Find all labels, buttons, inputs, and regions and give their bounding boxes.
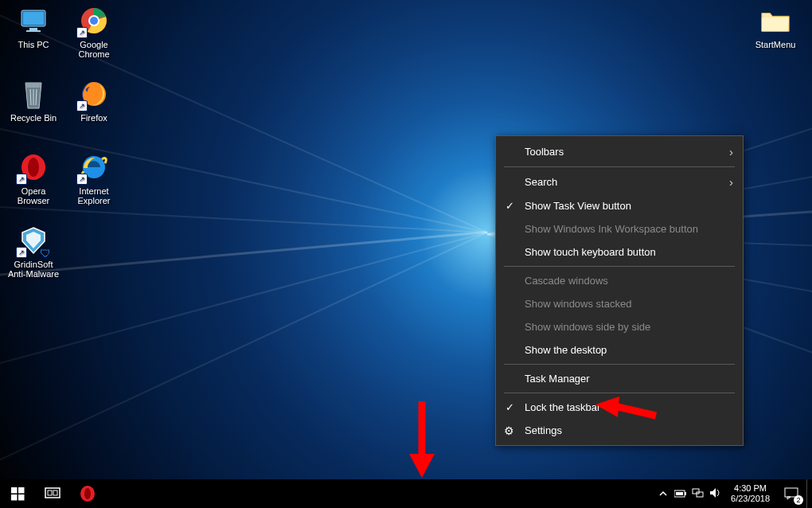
tray-overflow-button[interactable]: [654, 488, 672, 500]
menu-stacked: Show windows stacked: [496, 292, 743, 315]
svg-point-30: [84, 488, 91, 499]
start-button[interactable]: [0, 479, 35, 508]
network-icon: [692, 487, 705, 498]
chrome-icon: ↗: [78, 5, 110, 37]
menu-search[interactable]: Search ›: [496, 170, 743, 194]
chevron-up-icon: [659, 490, 667, 498]
svg-rect-35: [697, 492, 703, 497]
svg-rect-34: [693, 489, 699, 494]
menu-show-desktop[interactable]: Show the desktop: [496, 338, 743, 361]
svg-rect-22: [11, 487, 18, 494]
menu-separator: [504, 364, 735, 365]
svg-rect-23: [18, 487, 25, 494]
notification-badge: 2: [794, 495, 803, 505]
menu-cascade: Cascade windows: [496, 269, 743, 292]
shortcut-overlay-icon: ↗: [16, 247, 27, 258]
taskbar-left: [0, 479, 105, 508]
speaker-icon: [709, 487, 722, 498]
show-desktop-button[interactable]: [806, 479, 812, 508]
menu-show-touch[interactable]: Show touch keyboard button: [496, 240, 743, 264]
svg-rect-28: [53, 490, 57, 495]
firefox-logo-icon: ↗: [78, 78, 110, 110]
tray-power-icon[interactable]: [672, 488, 689, 500]
antimalware-icon: ↗ 🛡: [18, 225, 49, 256]
icon-label: Opera Browser: [5, 186, 62, 205]
icon-label: Internet Explorer: [65, 186, 123, 205]
menu-toolbars[interactable]: Toolbars ›: [496, 139, 743, 164]
menu-show-ink: Show Windows Ink Workspace button: [496, 217, 743, 240]
internet-explorer-icon[interactable]: ↗ Internet Explorer: [65, 151, 123, 205]
taskbar[interactable]: 4:30 PM 6/23/2018 2: [0, 479, 812, 508]
folder-icon: [759, 5, 791, 37]
tray-clock[interactable]: 4:30 PM 6/23/2018: [724, 483, 776, 504]
svg-rect-32: [685, 492, 686, 495]
menu-label: Show windows stacked: [525, 298, 631, 310]
task-view-icon: [45, 487, 61, 500]
icon-label: StartMenu: [747, 40, 804, 49]
action-center-button[interactable]: 2: [776, 479, 806, 508]
check-icon: ✓: [506, 401, 514, 413]
taskbar-context-menu: Toolbars › Search › ✓ Show Task View but…: [495, 135, 744, 446]
menu-label: Search: [525, 176, 557, 188]
icon-label: Recycle Bin: [5, 113, 62, 123]
menu-label: Show windows side by side: [525, 321, 650, 333]
opera-icon: ↗: [18, 151, 49, 183]
gridinsoft-icon[interactable]: ↗ 🛡 GridinSoft Anti-Malware: [5, 225, 62, 279]
shortcut-overlay-icon: ↗: [16, 174, 27, 185]
menu-label: Toolbars: [525, 146, 564, 158]
recycle-bin-icon[interactable]: Recycle Bin: [5, 78, 62, 123]
menu-label: Settings: [525, 424, 562, 436]
menu-separator: [504, 393, 735, 393]
this-pc-icon[interactable]: This PC: [5, 5, 62, 49]
task-view-button[interactable]: [35, 479, 70, 508]
menu-label: Cascade windows: [525, 275, 608, 287]
menu-label: Show touch keyboard button: [525, 246, 656, 258]
shortcut-overlay-icon: ↗: [76, 100, 88, 111]
tray-network-icon[interactable]: [689, 487, 707, 501]
menu-label: Show Windows Ink Workspace button: [525, 223, 698, 235]
icon-label: Google Chrome: [65, 40, 123, 59]
taskbar-app-opera[interactable]: [70, 479, 105, 508]
desktop[interactable]: This PC ↗ Google Chrome: [0, 0, 812, 508]
menu-label: Lock the taskbar: [525, 401, 600, 413]
svg-rect-3: [26, 30, 41, 32]
check-icon: ✓: [506, 200, 514, 212]
bin-icon: [18, 78, 49, 110]
svg-point-6: [90, 17, 98, 25]
menu-label: Task Manager: [525, 373, 590, 385]
svg-rect-15: [88, 167, 100, 170]
menu-lock-taskbar[interactable]: ✓ Lock the taskbar: [496, 396, 743, 419]
svg-rect-2: [29, 28, 37, 30]
svg-marker-38: [787, 497, 791, 499]
tray-volume-icon[interactable]: [707, 487, 724, 501]
svg-rect-25: [18, 494, 25, 501]
svg-marker-19: [409, 454, 435, 478]
firefox-icon[interactable]: ↗ Firefox: [65, 78, 123, 123]
menu-show-taskview[interactable]: ✓ Show Task View button: [496, 194, 743, 217]
startmenu-folder-icon[interactable]: StartMenu: [747, 5, 804, 49]
menu-separator: [504, 166, 735, 167]
opera-icon: [79, 485, 96, 502]
menu-task-manager[interactable]: Task Manager: [496, 367, 743, 390]
opera-browser-icon[interactable]: ↗ Opera Browser: [5, 151, 62, 205]
uac-shield-icon: 🛡: [40, 248, 51, 258]
ie-icon: ↗: [78, 151, 110, 183]
menu-sidebyside: Show windows side by side: [496, 315, 743, 338]
annotation-arrow-down-icon: [406, 398, 438, 481]
svg-rect-33: [676, 492, 683, 495]
submenu-arrow-icon: ›: [729, 175, 733, 189]
svg-rect-24: [11, 494, 18, 501]
gear-icon: ⚙: [504, 424, 514, 437]
google-chrome-icon[interactable]: ↗ Google Chrome: [65, 5, 123, 59]
svg-rect-27: [48, 490, 52, 495]
menu-settings[interactable]: ⚙ Settings: [496, 419, 743, 442]
clock-date: 6/23/2018: [731, 494, 770, 504]
menu-label: Show Task View button: [525, 200, 631, 212]
icon-label: GridinSoft Anti-Malware: [5, 260, 62, 279]
menu-label: Show the desktop: [525, 344, 607, 356]
icon-label: This PC: [5, 40, 62, 49]
svg-rect-1: [23, 12, 44, 25]
submenu-arrow-icon: ›: [729, 145, 733, 158]
shortcut-overlay-icon: ↗: [76, 174, 88, 185]
taskbar-right: 4:30 PM 6/23/2018 2: [654, 479, 812, 508]
